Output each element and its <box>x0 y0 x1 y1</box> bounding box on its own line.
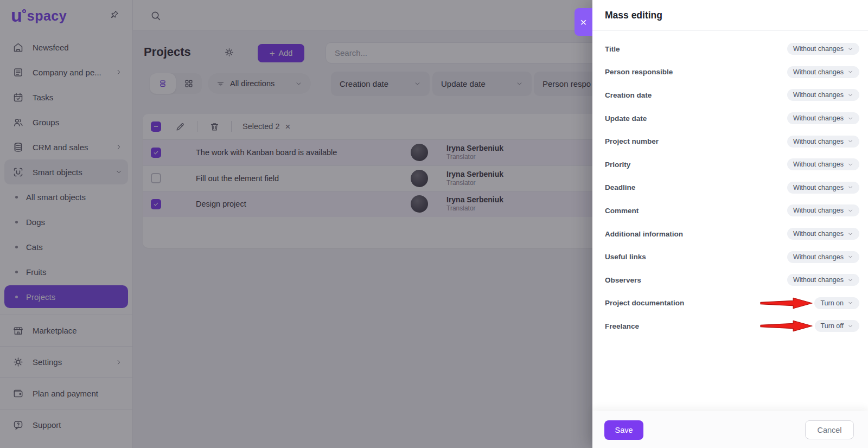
field-label: Update date <box>605 114 647 123</box>
field-label: Additional information <box>605 230 683 238</box>
panel-title: Mass editing <box>605 10 662 21</box>
field-value: Without changes <box>793 184 844 191</box>
annotation-arrow <box>760 297 813 310</box>
field-value: Without changes <box>793 138 844 145</box>
field-row-useful-links: Useful links Without changes <box>592 245 868 268</box>
field-value: Without changes <box>793 114 844 122</box>
field-label: Deadline <box>605 183 635 191</box>
mass-editing-panel: × Mass editing Title Without changes Per… <box>592 0 868 448</box>
field-value-dropdown[interactable]: Without changes <box>787 43 859 55</box>
field-label: Project number <box>605 137 659 145</box>
field-label: Project documentation <box>605 299 684 307</box>
chevron-down-icon <box>847 138 853 144</box>
field-row-freelance: Freelance Turn off <box>592 315 868 338</box>
chevron-down-icon <box>847 69 853 75</box>
app-window: u spacy Newsfeed Company and pe... Tasks <box>0 0 868 448</box>
chevron-down-icon <box>847 116 853 121</box>
field-value-dropdown[interactable]: Without changes <box>787 228 859 240</box>
field-value-dropdown[interactable]: Without changes <box>787 136 859 148</box>
chevron-down-icon <box>847 254 853 260</box>
field-value-dropdown[interactable]: Without changes <box>787 66 859 78</box>
panel-header: Mass editing <box>592 0 868 31</box>
field-value-dropdown[interactable]: Without changes <box>787 158 859 170</box>
field-value: Without changes <box>793 45 844 53</box>
close-icon: × <box>580 16 586 29</box>
field-value-dropdown[interactable]: Turn on <box>814 297 859 309</box>
field-value: Turn on <box>820 299 844 307</box>
field-value: Without changes <box>793 161 844 168</box>
field-label: Title <box>605 45 620 53</box>
chevron-down-icon <box>847 231 853 237</box>
field-value: Turn off <box>821 322 844 330</box>
field-label: Person responsible <box>605 68 673 76</box>
field-value-dropdown[interactable]: Turn off <box>815 320 859 332</box>
field-value-dropdown[interactable]: Without changes <box>787 251 859 263</box>
field-row-creation-date: Creation date Without changes <box>592 84 868 107</box>
save-button[interactable]: Save <box>604 420 643 440</box>
panel-fields: Title Without changes Person responsible… <box>592 31 868 338</box>
field-value-dropdown[interactable]: Without changes <box>787 182 859 194</box>
annotation-arrow <box>760 319 813 332</box>
panel-footer: Save Cancel <box>592 411 868 448</box>
field-row-update-date: Update date Without changes <box>592 107 868 130</box>
chevron-down-icon <box>847 300 853 306</box>
field-row-priority: Priority Without changes <box>592 153 868 176</box>
field-label: Priority <box>605 161 630 169</box>
field-value-dropdown[interactable]: Without changes <box>787 112 859 124</box>
chevron-down-icon <box>847 184 853 190</box>
chevron-down-icon <box>847 208 853 214</box>
field-value-dropdown[interactable]: Without changes <box>787 274 859 286</box>
field-label: Freelance <box>605 322 639 330</box>
field-label: Observers <box>605 276 641 284</box>
field-value: Without changes <box>793 230 844 238</box>
field-value: Without changes <box>793 91 844 99</box>
field-value: Without changes <box>793 207 844 214</box>
modal-dim-overlay[interactable] <box>0 0 592 448</box>
field-value-dropdown[interactable]: Without changes <box>787 204 859 216</box>
field-label: Comment <box>605 207 639 215</box>
field-row-project-documentation: Project documentation Turn on <box>592 292 868 315</box>
chevron-down-icon <box>847 277 853 283</box>
field-row-deadline: Deadline Without changes <box>592 176 868 200</box>
field-row-comment: Comment Without changes <box>592 199 868 222</box>
field-label: Creation date <box>605 91 652 99</box>
field-row-observers: Observers Without changes <box>592 268 868 292</box>
field-value: Without changes <box>793 253 844 261</box>
chevron-down-icon <box>847 162 853 168</box>
chevron-down-icon <box>847 323 853 329</box>
field-row-title: Title Without changes <box>592 37 868 61</box>
cancel-button[interactable]: Cancel <box>805 420 854 439</box>
close-panel-button[interactable]: × <box>575 8 592 36</box>
field-value: Without changes <box>793 68 844 76</box>
field-value: Without changes <box>793 276 844 284</box>
chevron-down-icon <box>847 92 853 98</box>
field-label: Useful links <box>605 253 646 261</box>
field-value-dropdown[interactable]: Without changes <box>787 89 859 101</box>
field-row-project-number: Project number Without changes <box>592 130 868 153</box>
field-row-person-responsible: Person responsible Without changes <box>592 61 868 84</box>
field-row-additional-information: Additional information Without changes <box>592 222 868 246</box>
chevron-down-icon <box>847 46 853 52</box>
